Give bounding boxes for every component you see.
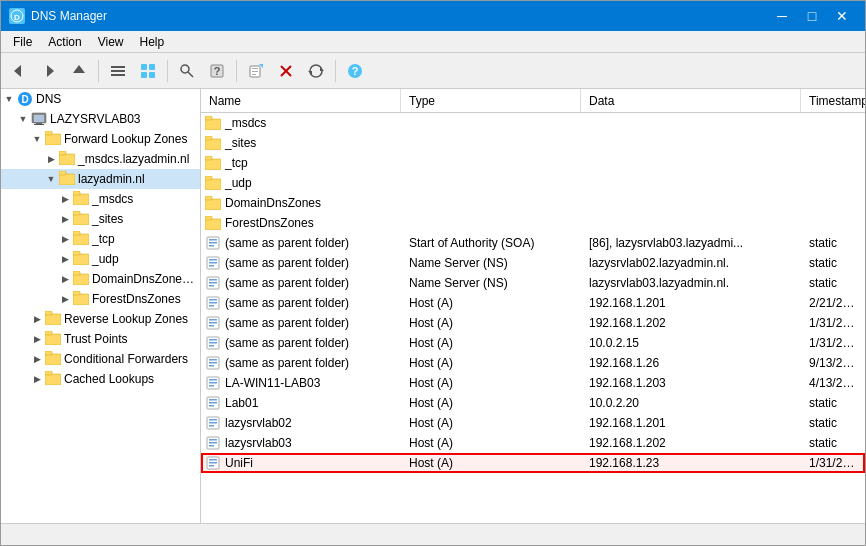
tree-expander[interactable]: ▼ <box>1 91 17 107</box>
tree-node[interactable]: ▶_tcp <box>1 229 200 249</box>
svg-rect-102 <box>209 385 214 387</box>
tree-expander[interactable]: ▶ <box>57 271 73 287</box>
svg-rect-94 <box>209 345 214 347</box>
tree-expander[interactable]: ▶ <box>57 211 73 227</box>
tree-expander[interactable]: ▶ <box>29 311 45 327</box>
table-row[interactable]: _sites <box>201 133 865 153</box>
tree-node[interactable]: ▼LAZYSRVLAB03 <box>1 109 200 129</box>
tree-label: _msdcs <box>92 192 133 206</box>
table-row[interactable]: DomainDnsZones <box>201 193 865 213</box>
tree-expander[interactable]: ▶ <box>29 351 45 367</box>
tree-label: Conditional Forwarders <box>64 352 188 366</box>
toolbar-new-record[interactable] <box>242 57 270 85</box>
toolbar-back[interactable] <box>5 57 33 85</box>
col-header-name[interactable]: Name <box>201 89 401 112</box>
cell-name: (same as parent folder) <box>223 256 401 270</box>
table-row[interactable]: ForestDnsZones <box>201 213 865 233</box>
tree-node[interactable]: ▶_msdcs <box>1 189 200 209</box>
folder-icon <box>59 171 75 187</box>
cell-data: lazysrvlab03.lazyadmin.nl. <box>581 276 801 290</box>
svg-rect-117 <box>209 462 217 464</box>
table-row[interactable]: (same as parent folder)Host (A)192.168.1… <box>201 313 865 333</box>
svg-rect-110 <box>209 425 214 427</box>
table-row[interactable]: (same as parent folder)Host (A)192.168.1… <box>201 353 865 373</box>
toolbar-search[interactable] <box>173 57 201 85</box>
table-row[interactable]: lazysrvlab02Host (A)192.168.1.201static <box>201 413 865 433</box>
col-header-type[interactable]: Type <box>401 89 581 112</box>
maximize-button[interactable]: □ <box>797 1 827 31</box>
tree-node[interactable]: ▶Cached Lookups <box>1 369 200 389</box>
table-row[interactable]: lazysrvlab03Host (A)192.168.1.202static <box>201 433 865 453</box>
tree-node[interactable]: ▼DDNS <box>1 89 200 109</box>
svg-rect-51 <box>45 314 61 325</box>
table-row[interactable]: _msdcs <box>201 113 865 133</box>
svg-rect-69 <box>205 219 221 230</box>
toolbar-up[interactable] <box>65 57 93 85</box>
tree-expander[interactable]: ▶ <box>57 231 73 247</box>
table-row[interactable]: (same as parent folder)Host (A)192.168.1… <box>201 293 865 313</box>
toolbar-help[interactable]: ? <box>341 57 369 85</box>
toolbar-show-text[interactable] <box>104 57 132 85</box>
tree-expander[interactable]: ▶ <box>29 331 45 347</box>
tree-expander[interactable]: ▶ <box>43 151 59 167</box>
svg-rect-57 <box>45 374 61 385</box>
tree-expander[interactable]: ▶ <box>29 371 45 387</box>
col-header-data[interactable]: Data <box>581 89 801 112</box>
tree-node[interactable]: ▶DomainDnsZone… <box>1 269 200 289</box>
toolbar-tree[interactable] <box>134 57 162 85</box>
svg-rect-67 <box>205 199 221 210</box>
tree-node[interactable]: ▼lazyadmin.nl <box>1 169 200 189</box>
tree-expander[interactable]: ▶ <box>57 251 73 267</box>
table-row[interactable]: (same as parent folder)Start of Authorit… <box>201 233 865 253</box>
menu-file[interactable]: File <box>5 31 40 52</box>
table-row[interactable]: (same as parent folder)Name Server (NS)l… <box>201 273 865 293</box>
cell-type: Host (A) <box>401 356 581 370</box>
toolbar-delete[interactable] <box>272 57 300 85</box>
svg-rect-101 <box>209 382 217 384</box>
status-bar <box>1 523 865 545</box>
toolbar-refresh[interactable] <box>302 57 330 85</box>
minimize-button[interactable]: ─ <box>767 1 797 31</box>
tree-expander[interactable]: ▶ <box>57 191 73 207</box>
table-row[interactable]: (same as parent folder)Host (A)10.0.2.15… <box>201 333 865 353</box>
table-row[interactable]: LA-WIN11-LAB03Host (A)192.168.1.2034/13/… <box>201 373 865 393</box>
toolbar-forward[interactable] <box>35 57 63 85</box>
cell-data: 10.0.2.20 <box>581 396 801 410</box>
cell-type: Host (A) <box>401 416 581 430</box>
svg-rect-8 <box>141 64 147 70</box>
tree-node[interactable]: ▶Reverse Lookup Zones <box>1 309 200 329</box>
cell-data: 192.168.1.201 <box>581 416 801 430</box>
svg-rect-64 <box>205 156 212 160</box>
table-row[interactable]: Lab01Host (A)10.0.2.20static <box>201 393 865 413</box>
table-row[interactable]: (same as parent folder)Name Server (NS)l… <box>201 253 865 273</box>
file-icon <box>205 355 221 371</box>
tree-expander[interactable]: ▶ <box>57 291 73 307</box>
col-header-timestamp[interactable]: Timestamp <box>801 89 865 112</box>
menu-help[interactable]: Help <box>132 31 173 52</box>
tree-node[interactable]: ▼Forward Lookup Zones <box>1 129 200 149</box>
table-row[interactable]: _tcp <box>201 153 865 173</box>
tree-expander[interactable]: ▼ <box>43 171 59 187</box>
close-button[interactable]: ✕ <box>827 1 857 31</box>
tree-node[interactable]: ▶Trust Points <box>1 329 200 349</box>
menu-view[interactable]: View <box>90 31 132 52</box>
table-row[interactable]: UniFiHost (A)192.168.1.231/31/2023 3:00:… <box>201 453 865 473</box>
tree-node[interactable]: ▶_sites <box>1 209 200 229</box>
dns-icon: D <box>17 91 33 107</box>
tree-expander[interactable]: ▼ <box>29 131 45 147</box>
svg-rect-109 <box>209 422 217 424</box>
cell-timestamp: 4/13/2022 12:00:00 AM <box>801 376 865 390</box>
tree-node[interactable]: ▶_msdcs.lazyadmin.nl <box>1 149 200 169</box>
toolbar-new-zone[interactable]: ? <box>203 57 231 85</box>
cell-name: lazysrvlab02 <box>223 416 401 430</box>
cell-timestamp: static <box>801 276 865 290</box>
tree-node[interactable]: ▶_udp <box>1 249 200 269</box>
folder-icon <box>73 191 89 207</box>
cell-type: Host (A) <box>401 296 581 310</box>
menu-action[interactable]: Action <box>40 31 89 52</box>
tree-node[interactable]: ▶ForestDnsZones <box>1 289 200 309</box>
table-row[interactable]: _udp <box>201 173 865 193</box>
tree-expander[interactable]: ▼ <box>15 111 31 127</box>
tree-node[interactable]: ▶Conditional Forwarders <box>1 349 200 369</box>
svg-rect-49 <box>73 294 89 305</box>
